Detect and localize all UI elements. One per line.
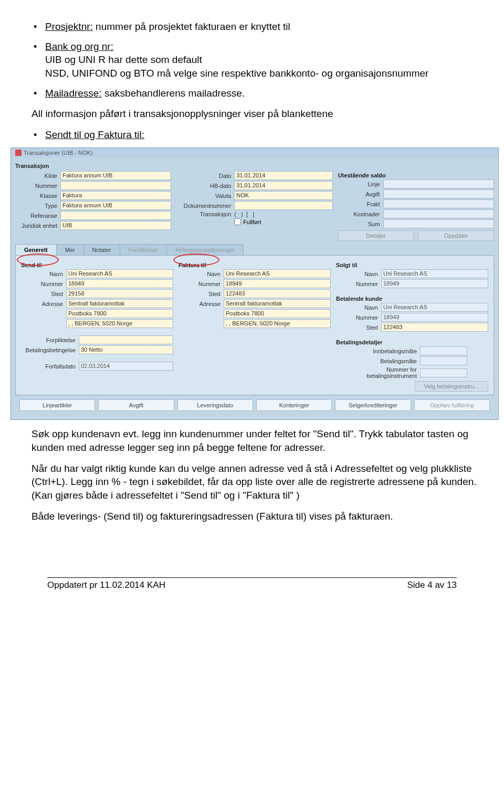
type-field[interactable]: Faktura annum UiB [60,201,171,210]
doknr-field[interactable] [234,201,332,210]
fakturatil-navn[interactable]: Uni Research AS [224,269,331,278]
betalende-navn: Uni Research AS [381,303,488,312]
tab-mer[interactable]: Mer [56,244,84,255]
tab-refopp[interactable]: Referanseopplysninger [166,244,244,255]
nummer-field[interactable] [60,181,171,190]
kostnader-field [383,209,494,218]
bullet-sendttil: Sendt til og Faktura til: [45,128,479,142]
sendtil-adresse1[interactable]: Sentralt fakturamottak [66,299,173,308]
para-valgt: Når du har valgt riktig kunde kan du vel… [32,462,479,502]
fakturatil-adresse1[interactable]: Sentralt fakturamottak [224,299,331,308]
sendtil-adresse3[interactable]: , , BERGEN, 5020 Norge [66,319,173,328]
section-fakturatil: Faktura til [178,262,331,268]
window-title: Transaksjoner (UIB - NOK) [11,148,498,157]
solgttil-navn: Uni Research AS [381,269,488,278]
klasse-select[interactable]: Faktura [60,191,171,200]
btab-opphev[interactable]: Opphev fullføring [414,399,490,411]
app-icon [15,150,22,156]
bullet-bank-org: Bank og org nr: UIB og UNI R har dette s… [45,40,479,80]
section-solgttil: Solgt til [336,262,488,268]
innbet-field [420,346,467,355]
oppdater-button[interactable]: Oppdater [418,230,494,241]
referanse-field[interactable] [60,211,171,220]
betmate-field [420,356,467,365]
forfallsdato-field: 02.03.2014 [79,362,173,371]
tab-notater[interactable]: Notater [83,244,120,255]
detaljer-button[interactable]: Detaljer [338,230,414,241]
linje-field [383,180,494,188]
betalende-sted[interactable]: 122483 [381,323,488,332]
btab-linjeartikler[interactable]: Linjeartikler [19,399,95,411]
section-transaksjon: Transaksjon [15,163,494,169]
section-betalende: Betalende kunde [336,296,488,302]
section-sendtil: Send til [21,262,173,268]
btab-avgift[interactable]: Avgift [98,399,174,411]
fakturatil-adresse3[interactable]: , , BERGEN, 5020 Norge [224,319,331,328]
nrbet-field [420,368,467,377]
sum-field [383,219,494,228]
forpliktelse-field[interactable] [79,335,173,344]
fakturatil-nummer[interactable]: 18949 [224,279,331,288]
frakt-field [383,199,494,208]
page-footer: Oppdatert pr 11.02.2014 KAH Side 4 av 13 [47,577,457,590]
hbdato-field[interactable]: 31.01.2014 [234,181,332,190]
section-saldo: Utestående saldo [338,172,494,178]
sendtil-adresse2[interactable]: Postboks 7800 [66,309,173,318]
juridisk-field[interactable]: UIB [60,221,171,230]
valuta-field[interactable]: NOK [234,191,332,200]
btab-konteringer[interactable]: Konteringer [256,399,332,411]
betbetingelse-field[interactable]: 30 Netto [79,345,173,354]
bullet-prosjektnr: Prosjektnr: nummer på prosjektet faktura… [45,20,479,34]
tab-forpliktelse[interactable]: Forpliktelse [120,244,167,255]
para-sok: Søk opp kundenavn evt. legg inn kundenum… [32,427,479,454]
kilde-field[interactable]: Faktura annum UIB [60,171,171,180]
btab-selgerkred[interactable]: Selgerkrediteringer [335,399,411,411]
section-betdetaljer: Betalingsdetaljer [336,339,488,345]
btab-leveringsdato[interactable]: Leveringsdato [177,399,253,411]
tab-generelt[interactable]: Generelt [15,244,57,255]
fullfort-checkbox[interactable] [234,218,241,225]
form-screenshot: Transaksjoner (UIB - NOK) Transaksjon Ki… [10,147,499,420]
sendtil-navn[interactable]: Uni Research AS [66,269,173,278]
fakturatil-adresse2[interactable]: Postboks 7800 [224,309,331,318]
sendtil-nummer[interactable]: 18949 [66,279,173,288]
betalende-nummer: 18949 [381,313,488,322]
para-bade: Både leverings- (Send til) og fakturerin… [32,510,479,523]
sendtil-sted[interactable]: 29158 [66,289,173,298]
solgttil-nummer: 18949 [381,279,488,288]
velg-betalingsinstru-button[interactable]: Velg betalingsinstru... [415,381,488,392]
fakturatil-sted[interactable]: 122483 [224,289,331,298]
avgift-field [383,189,494,198]
para-allinfo: All informasjon påført i transaksjonoppl… [32,107,479,121]
bullet-mailadresse: Mailadresse: saksbehandlerens mailadress… [45,87,479,100]
dato-field[interactable]: 31.01.2014 [234,171,332,180]
